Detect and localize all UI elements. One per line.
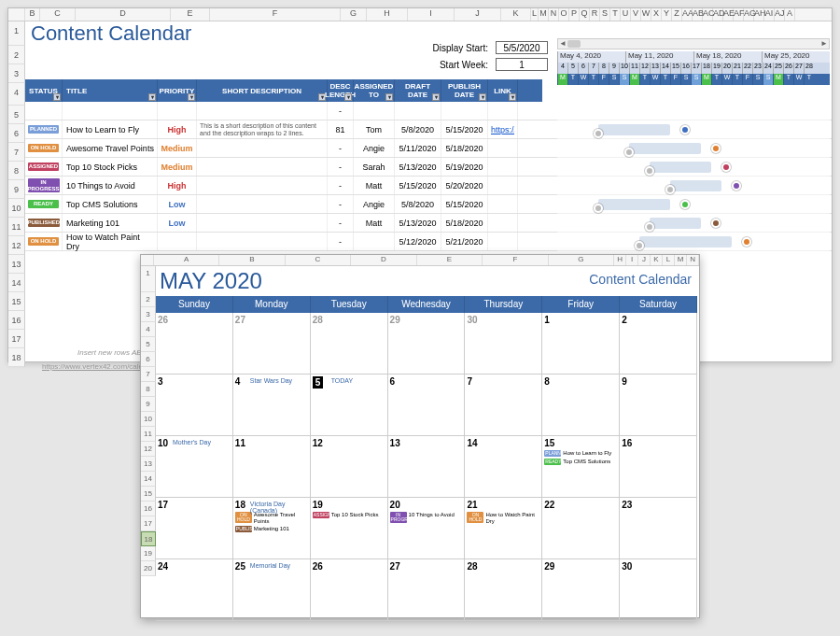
calendar-day[interactable]: 18Victoria Day (Canada)ON HOLDAwesome Tr… bbox=[233, 498, 311, 559]
filter-icon[interactable]: ▾ bbox=[385, 93, 393, 101]
gantt-bar[interactable] bbox=[598, 124, 670, 135]
gantt-bar[interactable] bbox=[639, 236, 732, 247]
calendar-day[interactable]: 26 bbox=[156, 313, 233, 375]
day-number: 15 bbox=[544, 438, 554, 448]
calendar-day[interactable]: 11 bbox=[233, 436, 311, 498]
day-number: 2 bbox=[622, 315, 627, 325]
calendar-day[interactable]: 7 bbox=[465, 375, 542, 436]
calendar-event[interactable]: ON HOLDHow to Watch Paint Dry bbox=[467, 512, 539, 524]
calendar-day[interactable]: 29 bbox=[388, 313, 466, 375]
gantt-start-dot bbox=[645, 222, 654, 232]
calendar-day[interactable]: 10Mother's Day bbox=[156, 436, 233, 498]
header-publish[interactable]: PUBLISH DATE▾ bbox=[441, 79, 488, 102]
header-assigned[interactable]: ASSIGNED TO▾ bbox=[354, 79, 395, 102]
display-controls: Display Start: Start Week: bbox=[429, 38, 552, 74]
calendar-day[interactable]: 30 bbox=[465, 313, 542, 375]
header-draft[interactable]: DRAFT DATE▾ bbox=[395, 79, 441, 102]
calendar-day[interactable]: 27 bbox=[233, 313, 311, 375]
calendar-day[interactable]: 28 bbox=[465, 559, 542, 621]
calendar-day[interactable]: 14 bbox=[465, 436, 542, 498]
calendar-day[interactable]: 16 bbox=[620, 436, 697, 498]
header-desc[interactable]: SHORT DESCRIPTION▾ bbox=[197, 79, 328, 102]
timeline-scrollbar[interactable]: ◄ ► bbox=[557, 38, 830, 49]
day-number: 6 bbox=[390, 376, 396, 387]
scroll-thumb[interactable] bbox=[567, 40, 581, 48]
calendar-day[interactable]: 6 bbox=[388, 375, 466, 436]
calendar-day[interactable]: 28 bbox=[311, 313, 388, 375]
filter-icon[interactable]: ▾ bbox=[148, 93, 156, 101]
title-cell[interactable]: Top CMS Solutions bbox=[63, 195, 158, 213]
title-cell[interactable]: Awesome Travel Points bbox=[63, 139, 158, 157]
calendar-day[interactable]: 13 bbox=[388, 436, 466, 498]
calendar-day[interactable]: 12 bbox=[311, 436, 388, 498]
calendar-day[interactable]: 9 bbox=[620, 375, 697, 436]
title-cell[interactable]: How to Watch Paint Dry bbox=[63, 233, 158, 250]
calendar-event[interactable]: ASSIGNEDTop 10 Stock Picks bbox=[313, 512, 385, 518]
calendar-day[interactable]: 3 bbox=[156, 375, 233, 436]
title-cell[interactable]: How to Learn to Fly bbox=[63, 120, 158, 138]
calendar-day[interactable]: 25Memorial Day bbox=[233, 559, 311, 621]
header-title[interactable]: TITLE▾ bbox=[63, 79, 158, 102]
event-status-badge: IN PROGRESS bbox=[390, 512, 407, 523]
filter-icon[interactable]: ▾ bbox=[509, 93, 516, 101]
day-number: 8 bbox=[544, 376, 550, 387]
day-number: 27 bbox=[390, 561, 400, 572]
start-week-input[interactable] bbox=[496, 58, 548, 71]
calendar-day[interactable]: 26 bbox=[311, 559, 388, 621]
status-badge: READY bbox=[28, 200, 59, 208]
display-start-input[interactable] bbox=[496, 41, 548, 54]
filter-icon[interactable]: ▾ bbox=[432, 93, 440, 101]
calendar-day[interactable]: 17 bbox=[156, 498, 233, 559]
gantt-bar[interactable] bbox=[670, 180, 721, 191]
gantt-bar[interactable] bbox=[629, 143, 701, 154]
calendar-day[interactable]: 29 bbox=[542, 559, 620, 621]
calendar-day[interactable]: 23 bbox=[620, 498, 697, 559]
calendar-event[interactable]: PUBLISHEDMarketing 101 bbox=[235, 526, 308, 532]
calendar-event[interactable]: IN PROGRESS10 Things to Avoid bbox=[390, 512, 463, 523]
length-cell: 81 bbox=[328, 120, 354, 138]
calendar-day[interactable]: 22 bbox=[542, 498, 620, 559]
header-link[interactable]: LINK▾ bbox=[488, 79, 518, 102]
scroll-right-icon[interactable]: ► bbox=[819, 39, 829, 49]
gantt-bar[interactable] bbox=[650, 218, 701, 229]
header-status[interactable]: STATUS▾ bbox=[25, 79, 63, 102]
calendar-day[interactable]: 8 bbox=[542, 375, 620, 436]
calendar-day[interactable]: 20IN PROGRESS10 Things to Avoid bbox=[388, 498, 466, 559]
calendar-day[interactable]: 27 bbox=[388, 559, 466, 621]
gantt-start-dot bbox=[635, 241, 644, 250]
calendar-day[interactable]: 15PLANNEDHow to Learn to FlyREADYTop CMS… bbox=[542, 436, 620, 498]
title-cell[interactable]: 10 Things to Avoid bbox=[63, 177, 158, 194]
filter-icon[interactable]: ▾ bbox=[188, 93, 195, 101]
column-letters: ABCDEFGHIJKLMN bbox=[141, 255, 699, 266]
calendar-day[interactable]: 1 bbox=[542, 313, 620, 375]
publish-date-cell: 5/19/2020 bbox=[441, 158, 488, 176]
calendar-event[interactable]: READYTop CMS Solutions bbox=[544, 459, 617, 465]
day-number: 26 bbox=[313, 561, 323, 572]
header-priority[interactable]: PRIORITY▾ bbox=[158, 79, 197, 102]
calendar-day[interactable]: 2 bbox=[620, 313, 697, 375]
calendar-day[interactable]: 5TODAY bbox=[311, 375, 388, 436]
length-cell: - bbox=[328, 158, 354, 176]
header-length[interactable]: DESC LENGTH▾ bbox=[328, 79, 354, 102]
calendar-day[interactable]: 4Star Wars Day bbox=[233, 375, 311, 436]
holiday-label: Memorial Day bbox=[250, 562, 290, 569]
gantt-bar[interactable] bbox=[650, 162, 711, 173]
filter-icon[interactable]: ▾ bbox=[53, 93, 61, 101]
title-cell[interactable]: Marketing 101 bbox=[63, 214, 158, 232]
start-week-label: Start Week: bbox=[431, 57, 492, 72]
event-status-badge: ON HOLD bbox=[467, 512, 483, 523]
vertex-link[interactable]: https://www.vertex42.com/calenda bbox=[42, 362, 155, 371]
calendar-event[interactable]: PLANNEDHow to Learn to Fly bbox=[544, 450, 617, 457]
calendar-day[interactable]: 19ASSIGNEDTop 10 Stock Picks bbox=[311, 498, 388, 559]
calendar-day[interactable]: 24 bbox=[156, 559, 233, 621]
holiday-label: Mother's Day bbox=[173, 439, 211, 445]
gantt-bar[interactable] bbox=[598, 199, 670, 210]
title-cell[interactable]: Top 10 Stock Picks bbox=[63, 158, 158, 176]
calendar-day[interactable]: 30 bbox=[620, 559, 697, 621]
gantt-start-dot bbox=[594, 204, 603, 213]
calendar-day[interactable]: 21ON HOLDHow to Watch Paint Dry bbox=[465, 498, 542, 559]
filter-icon[interactable]: ▾ bbox=[479, 93, 486, 101]
scroll-left-icon[interactable]: ◄ bbox=[558, 39, 567, 49]
filter-icon[interactable]: ▾ bbox=[344, 93, 352, 101]
link-cell[interactable]: https://ww bbox=[491, 125, 514, 134]
